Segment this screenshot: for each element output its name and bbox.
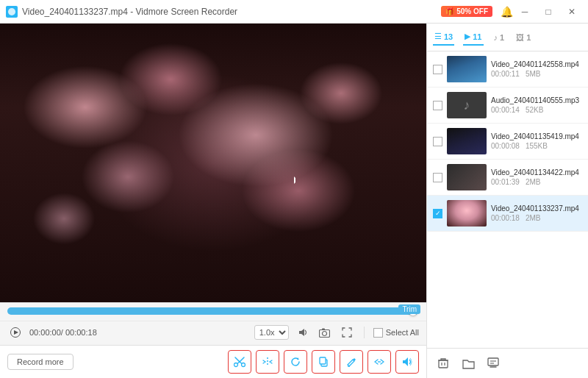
item-info: Video_240401142558.mp4 00:00:11 5MB	[491, 60, 582, 78]
tab-image[interactable]: 🖼 1	[514, 30, 532, 45]
item-info: Audio_240401140555.mp3 00:00:14 52KB	[491, 96, 582, 114]
scrubber-track[interactable]: Trim	[7, 307, 419, 315]
item-duration: 00:00:18	[491, 214, 520, 222]
title-bar: Video_240401133237.mp4 - Vidmore Screen …	[0, 0, 588, 24]
split-tool-button[interactable]	[256, 350, 279, 374]
svg-rect-13	[439, 360, 448, 368]
minimize-button[interactable]: ─	[514, 4, 535, 20]
select-all-checkbox[interactable]	[373, 328, 383, 338]
item-thumbnail	[447, 128, 487, 154]
left-panel: Trim 00:00:00/ 00:00:18 1.0x 0.5x 1.5x 2…	[0, 24, 426, 378]
item-info: Video_240401135419.mp4 00:00:08 155KB	[491, 132, 582, 150]
controls-bar: 00:00:00/ 00:00:18 1.0x 0.5x 1.5x 2.0x S…	[0, 321, 426, 345]
delete-button[interactable]	[433, 353, 453, 374]
svg-rect-5	[322, 328, 325, 329]
item-duration: 00:00:14	[491, 106, 520, 114]
bottom-toolbar: Record more	[0, 345, 426, 378]
item-thumbnail	[447, 164, 487, 190]
video-area[interactable]	[0, 24, 426, 302]
item-meta: 00:00:18 2MB	[491, 214, 582, 222]
menu-button[interactable]	[483, 353, 503, 374]
right-panel: ☰ 13 ▶ 11 ♪ 1 🖼 1	[426, 24, 588, 378]
speed-select[interactable]: 1.0x 0.5x 1.5x 2.0x	[254, 325, 289, 340]
list-item[interactable]: ♪ Audio_240401140555.mp3 00:00:14 52KB	[427, 88, 588, 124]
item-size: 5MB	[526, 70, 541, 78]
item-size: 2MB	[526, 178, 541, 186]
file-list: Video_240401142558.mp4 00:00:11 5MB ♪ Au…	[427, 51, 588, 348]
svg-point-6	[234, 363, 238, 367]
tab-video-icon: ▶	[465, 32, 470, 41]
item-name: Video_240401134422.mp4	[491, 168, 582, 176]
item-name: Audio_240401140555.mp3	[491, 96, 582, 104]
audio-icon: ♪	[464, 98, 470, 113]
svg-point-0	[8, 8, 15, 15]
item-name: Video_240401142558.mp4	[491, 60, 582, 68]
svg-rect-17	[488, 358, 498, 365]
tab-audio-count: 1	[500, 33, 504, 42]
tab-audio[interactable]: ♪ 1	[492, 30, 506, 45]
folder-button[interactable]	[458, 353, 478, 374]
app-icon	[6, 6, 18, 18]
item-name: Video_240401135419.mp4	[491, 132, 582, 140]
volume-button[interactable]	[295, 324, 311, 340]
item-info: Video_240401133237.mp4 00:00:18 2MB	[491, 204, 582, 222]
list-item[interactable]: Video_240401135419.mp4 00:00:08 155KB	[427, 124, 588, 160]
item-thumbnail	[447, 200, 487, 227]
list-item[interactable]: ✓ Video_240401133237.mp4 00:00:18 2MB	[427, 196, 588, 232]
cursor-indicator	[294, 176, 298, 184]
item-size: 155KB	[526, 142, 548, 150]
volume-tool-button[interactable]	[395, 350, 419, 374]
promo-badge[interactable]: 🎁 50% OFF	[441, 6, 492, 17]
tab-image-icon: 🖼	[516, 33, 524, 42]
item-thumbnail	[447, 56, 487, 82]
svg-marker-2	[14, 330, 18, 335]
item-info: Video_240401134422.mp4 00:01:39 2MB	[491, 168, 582, 186]
maximize-button[interactable]: □	[538, 4, 559, 20]
tab-all[interactable]: ☰ 13	[433, 29, 454, 46]
trim-button[interactable]: Trim	[398, 304, 420, 314]
rotate-tool-button[interactable]	[284, 350, 307, 374]
item-meta: 00:00:11 5MB	[491, 70, 582, 78]
window-controls: ─ □ ✕	[514, 4, 582, 20]
item-meta: 00:00:08 155KB	[491, 142, 582, 150]
item-thumbnail: ♪	[447, 92, 487, 118]
notification-icon[interactable]: 🔔	[498, 4, 514, 20]
tab-video[interactable]: ▶ 11	[463, 29, 483, 46]
right-tabs: ☰ 13 ▶ 11 ♪ 1 🖼 1	[427, 24, 588, 51]
scissors-tool-button[interactable]	[228, 350, 251, 374]
item-duration: 00:00:08	[491, 142, 520, 150]
item-checkbox[interactable]	[433, 65, 442, 74]
item-checkbox[interactable]	[433, 101, 442, 110]
record-more-button[interactable]: Record more	[7, 354, 74, 370]
tab-video-count: 11	[473, 32, 481, 41]
item-meta: 00:00:14 52KB	[491, 106, 582, 114]
timeline-bar: Trim	[0, 302, 426, 321]
play-button[interactable]	[7, 324, 24, 340]
close-button[interactable]: ✕	[562, 4, 582, 20]
list-item[interactable]: Video_240401142558.mp4 00:00:11 5MB	[427, 51, 588, 88]
fullscreen-button[interactable]	[339, 324, 355, 340]
tab-image-count: 1	[526, 33, 531, 42]
item-checkbox[interactable]: ✓	[433, 209, 442, 218]
item-checkbox[interactable]	[433, 137, 442, 146]
edit-tool-button[interactable]	[340, 350, 363, 374]
snapshot-button[interactable]	[317, 324, 333, 340]
select-all-area: Select All	[373, 328, 419, 338]
merge-tool-button[interactable]	[368, 350, 391, 374]
item-size: 52KB	[526, 106, 543, 114]
item-size: 2MB	[526, 214, 541, 222]
item-duration: 00:01:39	[491, 178, 520, 186]
video-placeholder	[0, 24, 426, 302]
item-meta: 00:01:39 2MB	[491, 178, 582, 186]
time-display: 00:00:00/ 00:00:18	[29, 328, 97, 337]
promo-text: 50% OFF	[456, 7, 488, 15]
tab-audio-icon: ♪	[494, 33, 498, 42]
main-container: Trim 00:00:00/ 00:00:18 1.0x 0.5x 1.5x 2…	[0, 24, 588, 378]
copy-tool-button[interactable]	[312, 350, 335, 374]
svg-rect-10	[320, 357, 326, 364]
item-checkbox[interactable]	[433, 173, 442, 182]
video-frame	[0, 24, 426, 302]
select-all-label: Select All	[386, 328, 419, 337]
list-item[interactable]: Video_240401134422.mp4 00:01:39 2MB	[427, 160, 588, 196]
promo-icon: 🎁	[445, 7, 454, 15]
